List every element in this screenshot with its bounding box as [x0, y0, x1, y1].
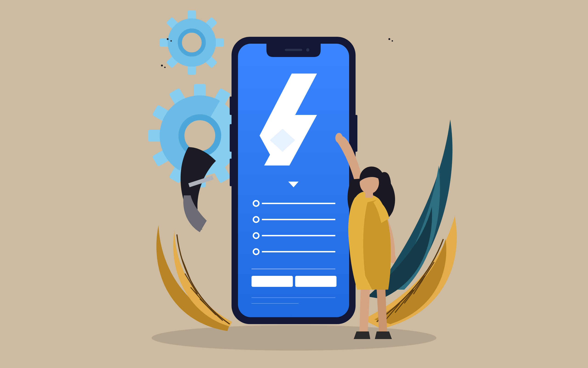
- phone-button-right: [295, 276, 337, 287]
- svg-rect-35: [230, 97, 232, 115]
- svg-rect-3: [215, 38, 224, 47]
- illustration-svg: [0, 0, 588, 368]
- phone-button-left: [251, 276, 293, 287]
- svg-rect-0: [188, 10, 196, 19]
- phone-device-icon: [230, 37, 357, 324]
- svg-point-30: [161, 64, 163, 66]
- svg-rect-37: [230, 159, 232, 186]
- svg-point-52: [335, 133, 343, 143]
- svg-point-32: [388, 38, 390, 40]
- svg-rect-36: [230, 124, 232, 152]
- svg-point-29: [170, 40, 172, 42]
- illustration-flutter-phone: [0, 0, 588, 368]
- svg-point-40: [306, 48, 309, 52]
- svg-rect-1: [188, 65, 196, 75]
- gear-small-icon: [160, 10, 224, 75]
- svg-rect-38: [355, 115, 357, 152]
- ground-shadow: [151, 325, 437, 350]
- svg-rect-39: [285, 49, 302, 51]
- svg-point-28: [167, 38, 169, 40]
- svg-point-31: [164, 67, 166, 68]
- svg-point-33: [392, 40, 393, 42]
